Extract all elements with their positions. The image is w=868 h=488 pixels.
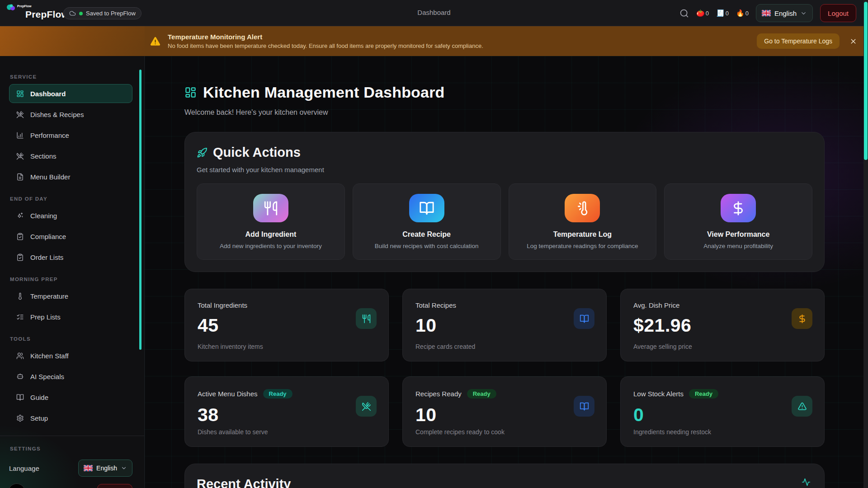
avatar[interactable]: N bbox=[8, 483, 25, 488]
go-to-temperature-logs-button[interactable]: Go to Temperature Logs bbox=[757, 33, 840, 49]
language-label: Language bbox=[9, 465, 39, 472]
sidebar-item-label: Temperature bbox=[30, 292, 68, 300]
tomato-count: 0 bbox=[706, 10, 709, 17]
sidebar-item-label: Prep Lists bbox=[30, 313, 61, 321]
sidebar-item-label: Compliance bbox=[30, 233, 66, 240]
stat-value: 38 bbox=[198, 404, 376, 426]
sidebar-item-ai-specials[interactable]: AI Specials bbox=[9, 367, 132, 386]
fire-count: 0 bbox=[745, 10, 749, 17]
sidebar-item-cleaning[interactable]: Cleaning bbox=[9, 206, 132, 225]
sidebar-item-dashboard[interactable]: Dashboard bbox=[9, 84, 132, 103]
warning-triangle-icon bbox=[150, 37, 160, 46]
sidebar-item-label: Setup bbox=[30, 414, 48, 422]
sidebar-logout-button[interactable]: Logout bbox=[97, 484, 132, 488]
sidebar-item-order-lists[interactable]: Order Lists bbox=[9, 248, 132, 267]
stat-value: 0 bbox=[633, 404, 811, 426]
sidebar-item-sections[interactable]: Sections bbox=[9, 146, 132, 165]
status-badge: Ready bbox=[263, 389, 292, 399]
alert-message: No food items have been temperature chec… bbox=[168, 42, 757, 49]
sidebar-item-compliance[interactable]: Compliance bbox=[9, 227, 132, 246]
stat-card-total-ingredients: Total Ingredients 45 Kitchen inventory i… bbox=[184, 289, 389, 361]
search-icon[interactable] bbox=[679, 9, 689, 18]
stat-label: Avg. Dish Price bbox=[633, 301, 679, 309]
recent-activity-panel: Recent Activity bbox=[184, 464, 825, 488]
sidebar-item-prep-lists[interactable]: Prep Lists bbox=[9, 307, 132, 326]
sidebar-item-label: Performance bbox=[30, 131, 69, 139]
sidebar-item-label: Cleaning bbox=[30, 212, 57, 220]
sidebar-item-dishes-recipes[interactable]: Dishes & Recipes bbox=[9, 105, 132, 124]
quick-action-description: Analyze menu profitability bbox=[703, 243, 773, 249]
sidebar-section-tools: TOOLS bbox=[10, 336, 132, 342]
page-scrollbar-thumb[interactable] bbox=[864, 2, 868, 160]
receipt-count: 0 bbox=[726, 10, 729, 17]
book-open-icon bbox=[574, 396, 594, 417]
chevron-down-icon bbox=[800, 10, 807, 17]
quick-actions-subtitle: Get started with your kitchen management bbox=[197, 166, 812, 174]
quick-action-temperature-log[interactable]: Temperature Log Log temperature readings… bbox=[509, 183, 657, 260]
sidebar-language-select[interactable]: English bbox=[78, 460, 132, 477]
layout-dashboard-icon bbox=[16, 90, 24, 98]
uk-flag-icon bbox=[84, 465, 93, 471]
layout-dashboard-icon bbox=[184, 86, 197, 99]
utensils-crossed-icon bbox=[356, 396, 377, 417]
sidebar-item-label: Dashboard bbox=[30, 90, 66, 98]
sidebar-item-menu-builder[interactable]: Menu Builder bbox=[9, 167, 132, 186]
sidebar-section-service: SERVICE bbox=[10, 74, 132, 80]
language-value: English bbox=[774, 9, 797, 17]
stat-description: Ingredients needing restock bbox=[633, 428, 711, 436]
quick-action-description: Add new ingredients to your inventory bbox=[220, 243, 322, 249]
language-select[interactable]: English bbox=[756, 4, 813, 22]
quick-action-description: Log temperature readings for compliance bbox=[527, 243, 638, 249]
app-header: PrepFlow PrepFlow Saved to PrepFlow Dash… bbox=[0, 0, 868, 26]
stat-card-avg-dish-price: Avg. Dish Price $21.96 Average selling p… bbox=[620, 289, 825, 361]
thermometer-sun-icon bbox=[565, 194, 600, 222]
sidebar-section-end-of-day: END OF DAY bbox=[10, 196, 132, 202]
sidebar-scrollbar[interactable] bbox=[139, 70, 142, 350]
quick-action-description: Build new recipes with cost calculation bbox=[375, 243, 479, 249]
quick-action-add-ingredient[interactable]: Add Ingredient Add new ingredients to yo… bbox=[197, 183, 345, 260]
stat-value: 45 bbox=[198, 315, 376, 336]
triangle-alert-icon bbox=[792, 396, 812, 417]
stat-card-total-recipes: Total Recipes 10 Recipe cards created bbox=[402, 289, 607, 361]
logout-button[interactable]: Logout bbox=[820, 4, 856, 22]
sidebar-item-performance[interactable]: Performance bbox=[9, 126, 132, 145]
close-icon[interactable] bbox=[849, 38, 857, 45]
tomato-counter: 🍅 0 bbox=[696, 9, 709, 17]
logo-micro-text: PrepFlow bbox=[17, 5, 32, 8]
sparkles-icon bbox=[16, 212, 24, 220]
sidebar-item-label: Order Lists bbox=[30, 253, 63, 261]
quick-action-view-performance[interactable]: View Performance Analyze menu profitabil… bbox=[664, 183, 812, 260]
quick-action-create-recipe[interactable]: Create Recipe Build new recipes with cos… bbox=[353, 183, 501, 260]
book-open-icon bbox=[574, 308, 594, 329]
stat-label: Total Recipes bbox=[415, 301, 456, 309]
stat-description: Complete recipes ready to cook bbox=[415, 428, 505, 436]
dollar-sign-icon bbox=[721, 194, 756, 222]
temperature-alert-banner: Temperature Monitoring Alert No food ite… bbox=[0, 26, 868, 56]
users-icon bbox=[16, 352, 24, 360]
uk-flag-icon bbox=[762, 10, 771, 16]
quick-action-name: View Performance bbox=[707, 230, 769, 239]
list-checks-icon bbox=[16, 313, 24, 321]
recent-activity-title: Recent Activity bbox=[197, 477, 812, 488]
sidebar-item-kitchen-staff[interactable]: Kitchen Staff bbox=[9, 346, 132, 365]
stat-card-recipes-ready: Recipes Ready Ready 10 Complete recipes … bbox=[402, 376, 607, 447]
stat-description: Dishes available to serve bbox=[198, 428, 268, 436]
sidebar-item-label: Sections bbox=[30, 152, 57, 160]
utensils-icon bbox=[356, 308, 377, 329]
page-scrollbar[interactable] bbox=[863, 0, 868, 488]
rocket-icon bbox=[197, 147, 208, 158]
sidebar-item-setup[interactable]: Setup bbox=[9, 408, 132, 427]
sidebar-item-temperature[interactable]: Temperature bbox=[9, 286, 132, 305]
stat-card-low-stock-alerts: Low Stock Alerts Ready 0 Ingredients nee… bbox=[620, 376, 825, 447]
stat-label: Recipes Ready bbox=[415, 390, 462, 398]
status-badge: Ready bbox=[467, 389, 496, 399]
bar-chart-icon bbox=[16, 131, 24, 139]
quick-action-name: Temperature Log bbox=[553, 230, 612, 239]
stat-label: Low Stock Alerts bbox=[633, 390, 684, 398]
sidebar-item-label: AI Specials bbox=[30, 373, 64, 380]
tomato-emoji: 🍅 bbox=[696, 9, 705, 17]
quick-actions-title: Quick Actions bbox=[213, 145, 301, 160]
alert-title: Temperature Monitoring Alert bbox=[168, 33, 757, 41]
sidebar-item-guide[interactable]: Guide bbox=[9, 388, 132, 407]
sidebar: SERVICE Dashboard Dishes & Recipes Perfo… bbox=[0, 56, 145, 488]
